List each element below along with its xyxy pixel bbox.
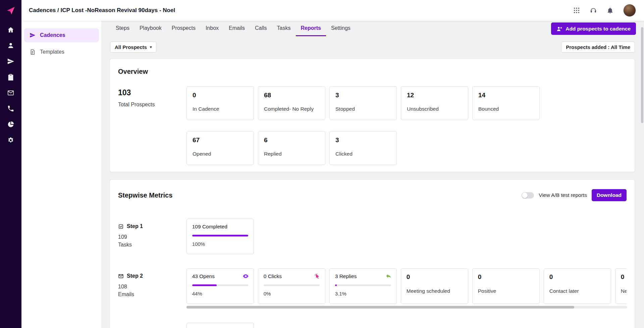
progress-bar bbox=[264, 284, 320, 286]
person-add-icon bbox=[556, 26, 562, 32]
notifications-bell-icon[interactable] bbox=[606, 7, 614, 14]
step-1-info: Step 1 109 Tasks bbox=[118, 219, 186, 254]
horizontal-scrollbar-thumb[interactable] bbox=[186, 306, 574, 309]
sidebar-item-label: Templates bbox=[40, 49, 64, 55]
ab-test-toggle-label: View A/B test reports bbox=[539, 192, 587, 198]
progress-bar bbox=[335, 284, 391, 286]
metric-card-replies: 3 Replies 3.1% bbox=[329, 268, 397, 304]
tab-calls[interactable]: Calls bbox=[250, 21, 272, 36]
sidebar: Cadences Templates bbox=[21, 21, 102, 328]
metric-card-negative: 0 Neg bbox=[615, 268, 627, 304]
stat-tile-bounced: 14 Bounced bbox=[472, 86, 540, 120]
user-avatar[interactable] bbox=[623, 4, 636, 17]
progress-bar bbox=[192, 235, 248, 236]
download-button[interactable]: Download bbox=[592, 189, 627, 201]
tab-playbook[interactable]: Playbook bbox=[135, 21, 167, 36]
stat-tile-clicked: 3 Clicked bbox=[329, 131, 397, 165]
envelope-icon bbox=[118, 273, 124, 279]
ab-test-toggle[interactable] bbox=[522, 192, 534, 199]
reports-icon[interactable] bbox=[7, 121, 14, 128]
step-1-row: Step 1 109 Tasks 109 Completed 100% bbox=[118, 219, 627, 254]
sidebar-item-cadences[interactable]: Cadences bbox=[24, 28, 99, 42]
metric-card-positive: 0 Positive bbox=[472, 268, 540, 304]
prospect-filter-dropdown[interactable]: All Prospects ▾ bbox=[110, 42, 156, 53]
stepwise-metrics-section: Stepwise Metrics View A/B test reports D… bbox=[110, 179, 635, 328]
metric-card-completed: 109 Completed 100% bbox=[186, 219, 254, 254]
overview-title: Overview bbox=[118, 68, 627, 75]
chevron-down-icon: ▾ bbox=[150, 45, 152, 49]
sidebar-item-templates[interactable]: Templates bbox=[24, 45, 99, 59]
task-check-icon bbox=[118, 224, 124, 229]
eye-icon bbox=[243, 273, 249, 281]
mail-icon[interactable] bbox=[7, 89, 14, 97]
toggle-knob bbox=[522, 193, 528, 198]
app-logo[interactable] bbox=[0, 0, 21, 21]
main-content: Steps Playbook Prospects Inbox Emails Ca… bbox=[102, 21, 644, 328]
overview-section: Overview 103 Total Prospects 0 In Cadenc… bbox=[110, 59, 635, 172]
tab-tasks[interactable]: Tasks bbox=[272, 21, 296, 36]
stat-tile-stopped: 3 Stopped bbox=[329, 86, 397, 120]
cadence-tabs: Steps Playbook Prospects Inbox Emails Ca… bbox=[102, 21, 644, 36]
headset-icon[interactable] bbox=[590, 7, 597, 14]
time-filter-button[interactable]: Prospects added : All Time bbox=[561, 42, 635, 53]
left-rail bbox=[0, 0, 21, 328]
step-2-metrics: 43 Opens 44% 0 Clicks 0% 3 Replies 3.1% bbox=[186, 268, 627, 304]
tab-emails[interactable]: Emails bbox=[224, 21, 250, 36]
tab-prospects[interactable]: Prospects bbox=[167, 21, 201, 36]
stat-tile-opened: 67 Opened bbox=[186, 131, 254, 165]
metric-card-opens: 43 Opens 44% bbox=[186, 268, 254, 304]
tab-steps[interactable]: Steps bbox=[111, 21, 135, 36]
vertical-scrollbar-thumb[interactable] bbox=[641, 27, 643, 123]
stepwise-title: Stepwise Metrics bbox=[118, 192, 172, 199]
total-prospects-label: Total Prospects bbox=[118, 102, 186, 108]
total-prospects-value: 103 bbox=[118, 88, 186, 97]
step-2-row: Step 2 108 Emails 43 Opens 44% 0 Clicks … bbox=[118, 268, 627, 304]
reply-icon bbox=[385, 273, 392, 281]
document-icon bbox=[30, 49, 36, 55]
stat-tile-replied: 6 Replied bbox=[258, 131, 325, 165]
calls-icon[interactable] bbox=[7, 105, 14, 112]
stat-tile-in-cadence: 0 In Cadence bbox=[186, 86, 254, 120]
tasks-icon[interactable] bbox=[7, 73, 14, 81]
click-icon bbox=[314, 273, 320, 281]
breadcrumb: Cadences / ICP Lost -NoReason Revival 90… bbox=[29, 7, 175, 14]
paper-plane-icon bbox=[30, 32, 36, 38]
sidebar-item-label: Cadences bbox=[40, 32, 65, 38]
apps-grid-icon[interactable] bbox=[573, 7, 580, 14]
metric-card-contact-later: 0 Contact later bbox=[544, 268, 611, 304]
tab-settings[interactable]: Settings bbox=[326, 21, 356, 36]
filter-row: All Prospects ▾ Prospects added : All Ti… bbox=[102, 42, 644, 53]
settings-icon[interactable] bbox=[7, 136, 14, 144]
add-prospects-button[interactable]: Add prospects to cadence bbox=[551, 22, 636, 35]
metric-card-meeting-scheduled: 0 Meeting scheduled bbox=[401, 268, 468, 304]
topbar: Cadences / ICP Lost -NoReason Revival 90… bbox=[21, 0, 644, 21]
step-2-info: Step 2 108 Emails bbox=[118, 268, 186, 304]
tab-reports[interactable]: Reports bbox=[296, 21, 326, 36]
overview-tiles: 0 In Cadence 68 Completed- No Reply 3 St… bbox=[186, 86, 544, 165]
logo-icon bbox=[6, 6, 15, 15]
cadences-icon[interactable] bbox=[7, 58, 14, 65]
partial-metric-card bbox=[186, 323, 254, 328]
metric-card-clicks: 0 Clicks 0% bbox=[258, 268, 325, 304]
tab-inbox[interactable]: Inbox bbox=[201, 21, 224, 36]
step-3-row-partial bbox=[118, 323, 627, 328]
total-prospects-stat: 103 Total Prospects bbox=[118, 86, 186, 165]
contacts-icon[interactable] bbox=[7, 42, 14, 49]
progress-bar bbox=[192, 284, 248, 286]
step-1-metrics: 109 Completed 100% bbox=[186, 219, 627, 254]
stat-tile-completed-no-reply: 68 Completed- No Reply bbox=[258, 86, 325, 120]
home-icon[interactable] bbox=[7, 26, 14, 34]
metrics-horizontal-scrollbar bbox=[186, 306, 627, 309]
stat-tile-unsubscribed: 12 Unsubscribed bbox=[401, 86, 468, 120]
